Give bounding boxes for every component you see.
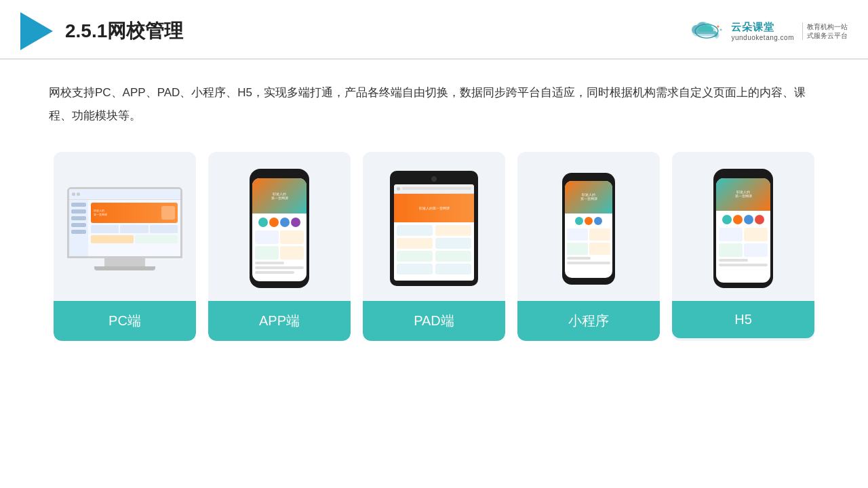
brand-name: 云朵课堂 xyxy=(731,21,774,34)
cloud-icon xyxy=(689,20,724,42)
card-miniapp-label: 小程序 xyxy=(517,301,660,341)
card-pc-image: 职途人的第一堂网课 xyxy=(54,152,196,301)
card-miniapp: 职途人的第一堂网课 xyxy=(517,152,660,341)
brand-slogan-area: 教育机构一站 式服务云平台 xyxy=(802,22,848,40)
header-right: 云朵课堂 yunduoketang.com 教育机构一站 式服务云平台 xyxy=(689,20,848,42)
header-left: 2.5.1网校管理 xyxy=(20,12,183,50)
cards-container: 职途人的第一堂网课 xyxy=(0,127,868,341)
brand-slogan-line2: 式服务云平台 xyxy=(807,31,848,40)
card-app-label: APP端 xyxy=(208,301,351,341)
card-app-image: 职途人的第一堂网课 xyxy=(208,152,351,301)
app-phone-icon: 职途人的第一堂网课 xyxy=(250,169,309,288)
header: 2.5.1网校管理 云朵课堂 yunduoketang.com xyxy=(0,0,868,60)
card-pad-label: PAD端 xyxy=(363,301,505,341)
card-miniapp-image: 职途人的第一堂网课 xyxy=(517,152,660,301)
card-pc-label: PC端 xyxy=(54,301,196,341)
h5-phone-icon: 职途人的第一堂网课 xyxy=(713,169,773,288)
monitor-screen: 职途人的第一堂网课 xyxy=(67,187,182,258)
card-pad-image: 职途人的第一堂网课 xyxy=(363,152,505,301)
card-pc: 职途人的第一堂网课 xyxy=(54,152,196,341)
card-h5-label: H5 xyxy=(672,301,814,338)
description-paragraph: 网校支持PC、APP、PAD、小程序、H5，实现多端打通，产品各终端自由切换，数… xyxy=(49,81,819,127)
page-title: 2.5.1网校管理 xyxy=(65,18,183,44)
card-h5-image: 职途人的第一堂网课 xyxy=(672,152,814,301)
miniapp-phone-icon: 职途人的第一堂网课 xyxy=(562,173,615,285)
card-app: 职途人的第一堂网课 xyxy=(208,152,351,341)
pc-monitor-icon: 职途人的第一堂网课 xyxy=(64,187,185,270)
brand-slogan-line1: 教育机构一站 xyxy=(807,22,848,31)
cloud-logo: 云朵课堂 yunduoketang.com 教育机构一站 式服务云平台 xyxy=(689,20,848,42)
pad-tablet-icon: 职途人的第一堂网课 xyxy=(390,171,478,286)
logo-triangle-icon xyxy=(20,12,53,50)
brand-text-area: 云朵课堂 yunduoketang.com xyxy=(731,21,794,41)
description-text: 网校支持PC、APP、PAD、小程序、H5，实现多端打通，产品各终端自由切换，数… xyxy=(0,60,868,127)
card-h5: 职途人的第一堂网课 xyxy=(672,152,814,341)
brand-url: yunduoketang.com xyxy=(731,34,794,41)
card-pad: 职途人的第一堂网课 xyxy=(363,152,505,341)
